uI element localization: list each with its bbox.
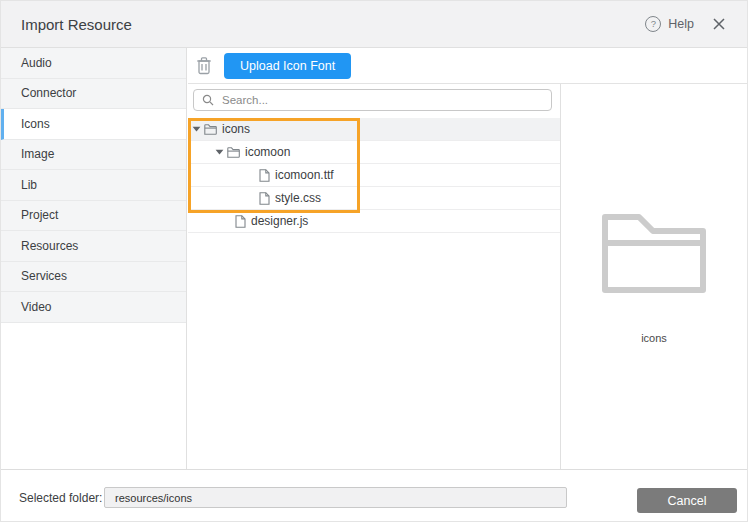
tree-row-icomoon[interactable]: icomoon [188,141,560,164]
tree-node-label: style.css [275,191,321,205]
selection-preview-panel: icons [561,84,747,469]
sidebar-item-label: Image [21,147,54,161]
chevron-down-icon[interactable] [215,149,224,155]
sidebar-item-lib[interactable]: Lib [1,170,186,201]
sidebar-item-services[interactable]: Services [1,262,186,293]
selected-folder-input[interactable] [104,487,567,508]
preview-folder-name: icons [641,332,667,344]
close-icon [712,17,726,31]
tree-node-label: icomoon.ttf [275,168,334,182]
cancel-button[interactable]: Cancel [637,488,737,513]
tree-row-style-css[interactable]: style.css [188,187,560,210]
sidebar-item-label: Icons [21,117,50,131]
tree-node-label: icomoon [245,145,290,159]
sidebar-item-label: Connector [21,86,76,100]
search-input[interactable] [220,93,543,107]
tree-row-icomoon-ttf[interactable]: icomoon.ttf [188,164,560,187]
delete-button[interactable] [196,56,212,75]
file-tree-panel: icons icomoon [188,84,561,469]
trash-icon [196,56,212,75]
sidebar-item-label: Audio [21,56,52,70]
chevron-down-icon[interactable] [192,126,201,132]
sidebar-item-audio[interactable]: Audio [1,48,186,79]
folder-icon [227,147,240,158]
help-button[interactable]: ? Help [645,16,694,32]
selected-folder-label: Selected folder: [19,491,102,505]
search-icon [202,94,214,106]
sidebar-item-connector[interactable]: Connector [1,79,186,110]
sidebar-item-video[interactable]: Video [1,292,186,323]
sidebar-item-label: Lib [21,178,37,192]
file-icon [259,169,270,182]
category-sidebar: Audio Connector Icons Image Lib Project … [1,48,187,469]
tree-node-label: icons [222,122,250,136]
sidebar-item-icons[interactable]: Icons [1,109,186,140]
help-label: Help [668,17,694,31]
sidebar-item-project[interactable]: Project [1,201,186,232]
sidebar-item-image[interactable]: Image [1,140,186,171]
sidebar-item-label: Project [21,208,58,222]
file-icon [235,215,246,228]
search-box[interactable] [193,89,552,111]
tree-node-label: designer.js [251,214,308,228]
import-resource-dialog: Import Resource ? Help Audio Connector I… [0,0,748,522]
folder-icon [598,212,710,296]
upload-icon-font-button[interactable]: Upload Icon Font [224,53,351,79]
dialog-header: Import Resource ? Help [1,1,747,48]
sidebar-item-label: Video [21,300,51,314]
help-icon: ? [645,16,661,32]
tree-row-icons[interactable]: icons [188,118,560,141]
sidebar-item-resources[interactable]: Resources [1,231,186,262]
folder-icon [204,124,217,135]
header-actions: ? Help [645,16,726,32]
sidebar-item-label: Services [21,269,67,283]
sidebar-item-label: Resources [21,239,78,253]
file-icon [259,192,270,205]
dialog-title: Import Resource [21,16,132,33]
close-button[interactable] [712,17,726,31]
file-tree: icons icomoon [188,118,560,233]
tree-row-designer-js[interactable]: designer.js [188,210,560,233]
icons-toolbar: Upload Icon Font [188,48,747,84]
dialog-footer: Selected folder: Cancel [1,469,747,521]
